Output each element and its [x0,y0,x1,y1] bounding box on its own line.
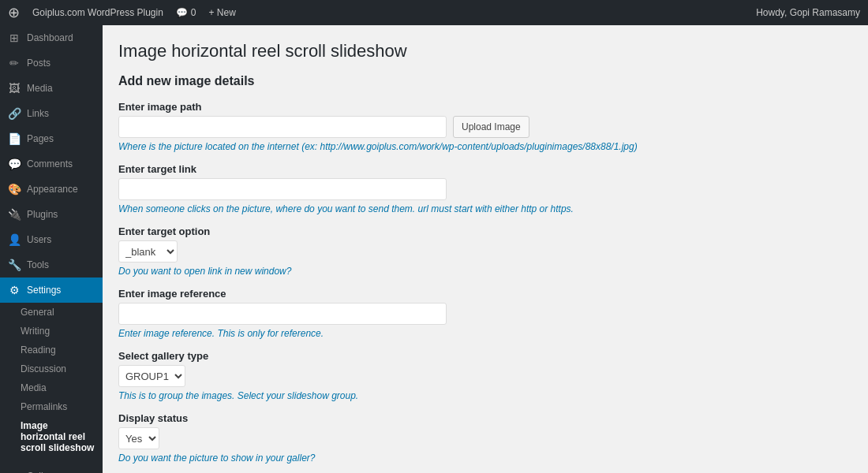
sidebar-item-appearance[interactable]: 🎨 Appearance [0,177,103,202]
sidebar-item-label: Posts [27,58,51,69]
links-icon: 🔗 [8,107,21,120]
image-ref-field-group: Enter image reference Enter image refere… [118,288,852,339]
sidebar-item-dashboard[interactable]: ⊞ Dashboard [0,25,103,50]
posts-icon: ✏ [8,57,21,69]
target-option-label: Enter target option [118,225,852,237]
target-link-label: Enter target link [118,163,852,175]
image-path-label: Enter image path [118,101,852,113]
image-ref-input[interactable] [118,303,447,325]
target-link-field-group: Enter target link When someone clicks on… [118,163,852,214]
target-option-hint: Do you want to open link in new window? [118,266,852,277]
sidebar-item-label: Plugins [27,209,58,220]
sidebar-item-pages[interactable]: 📄 Pages [0,126,103,151]
sidebar-item-tools[interactable]: 🔧 Tools [0,252,103,277]
plugins-icon: 🔌 [8,208,21,221]
gallery-type-hint: This is to group the images. Select your… [118,390,852,401]
sidebar-item-label: Users [27,234,51,245]
settings-icon: ⚙ [8,284,21,296]
submenu-item-writing[interactable]: Writing [0,322,103,341]
sidebar-item-posts[interactable]: ✏ Posts [0,50,103,76]
image-path-hint: Where is the picture located on the inte… [118,141,852,152]
display-status-select[interactable]: Yes No [118,427,159,449]
display-status-field-group: Display status Yes No Do you want the pi… [118,412,852,464]
site-name[interactable]: Goiplus.com WordPress Plugin [32,7,163,18]
gallery-type-label: Select gallery type [118,350,852,362]
sidebar: ⊞ Dashboard ✏ Posts 🖼 Media 🔗 Links 📄 Pa… [0,25,103,473]
display-status-hint: Do you want the picture to show in your … [118,453,852,464]
howdy-text: Howdy, Gopi Ramasamy [756,7,860,18]
sidebar-item-label: Links [27,108,49,119]
sidebar-item-collapse[interactable]: ◀ Collapse menu [0,464,103,473]
sidebar-item-plugins[interactable]: 🔌 Plugins [0,202,103,227]
comments-count: 0 [191,7,196,18]
comments-icon: 💬 [8,158,21,170]
gallery-type-select[interactable]: GROUP1 GROUP2 GROUP3 [118,365,185,387]
submenu-item-plugin-page[interactable]: Image horizontal reel scroll slideshow [0,416,103,457]
sidebar-item-label: Tools [27,259,49,270]
sidebar-item-label: Dashboard [27,32,73,43]
image-path-field-group: Enter image path Upload Image Where is t… [118,101,852,152]
upload-image-button[interactable]: Upload Image [453,116,529,138]
users-icon: 👤 [8,233,21,246]
main-content: Image horizontal reel scroll slideshow A… [103,25,868,473]
submenu-item-reading[interactable]: Reading [0,341,103,359]
gallery-type-field-group: Select gallery type GROUP1 GROUP2 GROUP3… [118,350,852,401]
sidebar-item-media[interactable]: 🖼 Media [0,76,103,101]
form-section-title: Add new image details [118,74,852,88]
new-link[interactable]: + New [209,7,236,18]
sidebar-item-comments[interactable]: 💬 Comments [0,151,103,177]
target-option-select[interactable]: _blank _self _parent _top [118,240,178,263]
submenu-item-permalinks[interactable]: Permalinks [0,397,103,416]
display-status-label: Display status [118,412,852,424]
page-title: Image horizontal reel scroll slideshow [118,41,852,61]
pages-icon: 📄 [8,132,21,145]
wp-logo: ⊕ [8,4,20,21]
sidebar-item-label: Pages [27,133,54,144]
comment-icon: 💬 [176,7,188,18]
sidebar-item-links[interactable]: 🔗 Links [0,101,103,126]
media-icon: 🖼 [8,82,21,95]
sidebar-item-label: Comments [27,158,73,169]
sidebar-item-label: Media [27,83,53,94]
image-path-input[interactable] [118,116,447,138]
sidebar-item-settings[interactable]: ⚙ Settings [0,277,103,303]
target-link-input[interactable] [118,178,447,200]
target-link-hint: When someone clicks on the picture, wher… [118,203,852,214]
submenu-item-media[interactable]: Media [0,378,103,397]
submenu-item-discussion[interactable]: Discussion [0,359,103,378]
appearance-icon: 🎨 [8,183,21,196]
target-option-field-group: Enter target option _blank _self _parent… [118,225,852,277]
sidebar-item-users[interactable]: 👤 Users [0,227,103,252]
tools-icon: 🔧 [8,259,21,271]
image-ref-hint: Enter image reference. This is only for … [118,328,852,339]
sidebar-item-label: Appearance [27,184,78,195]
collapse-icon: ◀ [8,470,21,473]
image-ref-label: Enter image reference [118,288,852,300]
submenu-item-general[interactable]: General [0,303,103,322]
comments-link[interactable]: 💬 0 [176,7,196,18]
sidebar-item-label: Settings [27,285,61,296]
dashboard-icon: ⊞ [8,32,21,44]
image-path-row: Upload Image [118,116,852,138]
admin-bar: ⊕ Goiplus.com WordPress Plugin 💬 0 + New… [0,0,868,25]
